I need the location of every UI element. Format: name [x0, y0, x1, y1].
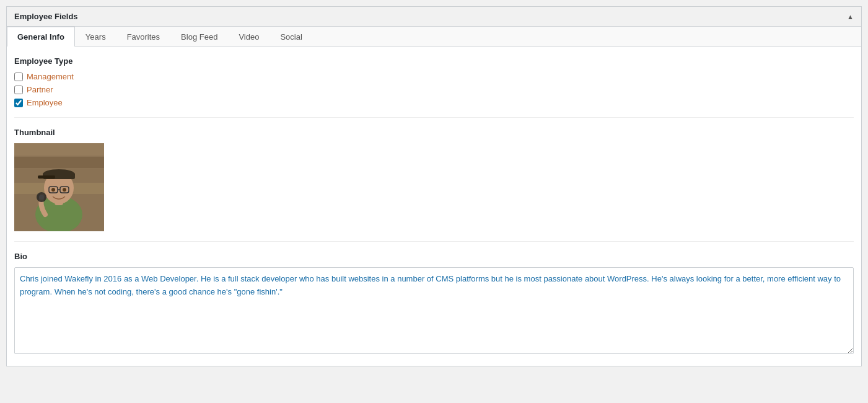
- bio-section: Bio: [14, 252, 854, 356]
- employee-type-label: Employee Type: [14, 56, 854, 66]
- person-photo: [14, 143, 104, 231]
- employee-type-checkboxes: Management Partner Employee: [14, 72, 854, 107]
- svg-rect-1: [14, 143, 104, 156]
- thumbnail-image[interactable]: [14, 143, 104, 231]
- partner-checkbox[interactable]: [14, 86, 23, 94]
- thumbnail-label: Thumbnail: [14, 128, 854, 137]
- tab-video[interactable]: Video: [228, 27, 270, 46]
- svg-point-15: [63, 188, 66, 192]
- partner-label[interactable]: Partner: [27, 85, 53, 94]
- bio-textarea[interactable]: [14, 267, 854, 354]
- tab-favorites[interactable]: Favorites: [116, 27, 170, 46]
- thumbnail-section: Thumbnail: [14, 128, 854, 242]
- employee-fields-panel: Employee Fields ▲ General Info Years Fav…: [6, 6, 862, 366]
- tab-blog-feed[interactable]: Blog Feed: [170, 27, 228, 46]
- management-checkbox[interactable]: [14, 73, 23, 81]
- employee-type-section: Employee Type Management Partner Employe…: [14, 56, 854, 118]
- employee-checkbox-item: Employee: [14, 98, 854, 107]
- svg-rect-10: [38, 175, 55, 179]
- tab-years[interactable]: Years: [75, 27, 116, 46]
- panel-title: Employee Fields: [14, 12, 78, 21]
- tab-social[interactable]: Social: [270, 27, 312, 46]
- svg-point-17: [39, 195, 44, 200]
- bio-label: Bio: [14, 252, 854, 261]
- svg-rect-2: [14, 157, 104, 168]
- panel-toggle-button[interactable]: ▲: [847, 13, 854, 20]
- partner-checkbox-item: Partner: [14, 85, 854, 94]
- employee-checkbox[interactable]: [14, 99, 23, 107]
- tab-bar: General Info Years Favorites Blog Feed V…: [7, 27, 861, 46]
- panel-header: Employee Fields ▲: [7, 7, 861, 27]
- management-checkbox-item: Management: [14, 72, 854, 81]
- panel-body: Employee Type Management Partner Employe…: [7, 46, 861, 366]
- tab-general-info[interactable]: General Info: [7, 27, 75, 46]
- management-label[interactable]: Management: [27, 72, 74, 81]
- employee-label[interactable]: Employee: [27, 98, 63, 107]
- svg-point-14: [51, 188, 55, 192]
